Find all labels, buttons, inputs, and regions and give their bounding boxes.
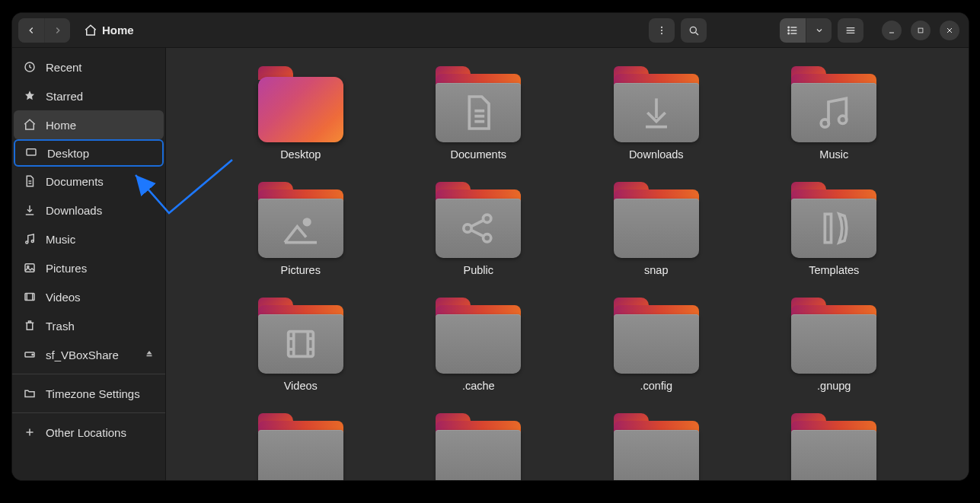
nav-buttons bbox=[18, 18, 70, 43]
svg-point-41 bbox=[464, 224, 471, 232]
folder-icon bbox=[614, 66, 699, 142]
sidebar-item-music[interactable]: Music bbox=[12, 224, 165, 253]
folder-item[interactable]: Public bbox=[405, 182, 553, 276]
folder-label: Documents bbox=[451, 148, 506, 161]
svg-point-10 bbox=[788, 33, 790, 34]
folder-icon bbox=[258, 66, 343, 142]
svg-point-8 bbox=[788, 27, 790, 28]
music-icon bbox=[23, 232, 37, 246]
svg-rect-19 bbox=[27, 149, 36, 155]
list-view-button[interactable] bbox=[780, 18, 806, 43]
svg-point-3 bbox=[690, 27, 696, 33]
svg-rect-31 bbox=[147, 355, 152, 356]
folder-item[interactable]: Videos bbox=[227, 298, 375, 392]
sidebar-item-label: Pictures bbox=[46, 262, 87, 275]
sidebar-item-downloads[interactable]: Downloads bbox=[12, 196, 165, 224]
folder-item[interactable] bbox=[227, 413, 375, 480]
folder-item[interactable]: .config bbox=[583, 298, 730, 392]
hamburger-menu-button[interactable] bbox=[838, 18, 863, 43]
folder-item[interactable]: Desktop bbox=[227, 66, 375, 161]
svg-point-2 bbox=[661, 33, 662, 34]
sidebar-item-other-locations[interactable]: Other Locations bbox=[12, 418, 165, 447]
sidebar-item-trash[interactable]: Trash bbox=[12, 311, 165, 340]
sidebar-item-label: Home bbox=[46, 119, 76, 132]
svg-rect-24 bbox=[25, 264, 34, 272]
content-area[interactable]: DesktopDocumentsDownloadsMusicPicturesPu… bbox=[166, 48, 969, 480]
location-text: Home bbox=[102, 24, 134, 37]
folder-label: .cache bbox=[462, 380, 495, 392]
folder-item[interactable]: snap bbox=[583, 182, 730, 276]
folder-item[interactable] bbox=[583, 413, 730, 480]
sidebar-item-label: Timezone Settings bbox=[46, 387, 140, 400]
folder-icon bbox=[791, 182, 876, 258]
folder-icon bbox=[258, 182, 343, 258]
view-menu-button[interactable] bbox=[649, 18, 675, 43]
folder-icon bbox=[436, 413, 521, 480]
svg-point-0 bbox=[661, 26, 662, 27]
folder-item[interactable]: Music bbox=[761, 66, 908, 161]
maximize-button[interactable] bbox=[911, 21, 931, 40]
sidebar-item-vboxshare[interactable]: sf_VBoxShare bbox=[12, 340, 165, 369]
sidebar-item-documents[interactable]: Documents bbox=[12, 167, 165, 196]
headerbar: Home bbox=[12, 13, 969, 48]
folder-label: .config bbox=[640, 380, 672, 392]
svg-point-9 bbox=[788, 30, 790, 31]
folder-icon bbox=[23, 387, 37, 400]
folder-item[interactable]: Documents bbox=[405, 66, 553, 161]
window-controls bbox=[882, 21, 959, 40]
clock-icon bbox=[23, 60, 37, 74]
svg-point-43 bbox=[484, 234, 491, 242]
home-icon bbox=[84, 24, 97, 37]
folder-icon bbox=[791, 66, 876, 142]
folder-item[interactable] bbox=[405, 413, 553, 480]
svg-line-45 bbox=[471, 230, 484, 236]
folder-icon bbox=[614, 182, 699, 258]
forward-button[interactable] bbox=[44, 18, 70, 43]
sidebar-item-label: Desktop bbox=[47, 147, 89, 160]
folder-item[interactable]: .gnupg bbox=[761, 298, 908, 392]
sidebar-item-label: Starred bbox=[46, 90, 83, 103]
folder-icon bbox=[614, 413, 699, 480]
sidebar-item-label: Other Locations bbox=[46, 426, 126, 439]
close-button[interactable] bbox=[940, 21, 959, 40]
sidebar-item-label: Documents bbox=[46, 175, 104, 188]
search-button[interactable] bbox=[681, 18, 707, 43]
location-bar[interactable]: Home bbox=[84, 24, 134, 37]
folder-icon bbox=[258, 298, 343, 374]
back-button[interactable] bbox=[18, 18, 44, 43]
sidebar-item-label: Music bbox=[46, 233, 75, 246]
pictures-icon bbox=[23, 261, 37, 275]
folder-label: Music bbox=[819, 148, 848, 161]
svg-point-40 bbox=[304, 219, 309, 224]
sidebar-item-videos[interactable]: Videos bbox=[12, 282, 165, 311]
folder-item[interactable] bbox=[761, 413, 908, 480]
folder-item[interactable]: .cache bbox=[405, 298, 553, 392]
folder-label: Downloads bbox=[629, 148, 684, 161]
minimize-button[interactable] bbox=[882, 21, 902, 40]
svg-line-4 bbox=[696, 32, 698, 34]
view-mode-buttons bbox=[780, 18, 832, 43]
folder-item[interactable]: Templates bbox=[761, 182, 908, 276]
folder-icon bbox=[614, 298, 699, 374]
sidebar-item-timezone-settings[interactable]: Timezone Settings bbox=[12, 379, 165, 408]
svg-rect-47 bbox=[288, 332, 313, 357]
folder-icon bbox=[436, 66, 521, 142]
desktop-icon bbox=[24, 146, 38, 160]
folder-icon bbox=[258, 413, 343, 480]
sidebar-item-label: Videos bbox=[46, 291, 81, 304]
folder-item[interactable]: Downloads bbox=[583, 66, 730, 161]
sidebar-item-desktop[interactable]: Desktop bbox=[14, 139, 164, 167]
folder-label: Templates bbox=[809, 264, 859, 276]
sidebar: Recent Starred Home Desktop Documents Do… bbox=[12, 48, 166, 480]
trash-icon bbox=[23, 319, 37, 333]
folder-label: Desktop bbox=[280, 148, 321, 161]
folder-item[interactable]: Pictures bbox=[227, 182, 375, 276]
sidebar-item-recent[interactable]: Recent bbox=[12, 53, 165, 81]
eject-icon[interactable] bbox=[144, 349, 155, 361]
sidebar-item-pictures[interactable]: Pictures bbox=[12, 253, 165, 282]
sidebar-item-label: Downloads bbox=[46, 204, 102, 217]
sidebar-item-home[interactable]: Home bbox=[14, 110, 164, 139]
view-options-dropdown[interactable] bbox=[806, 18, 832, 43]
svg-rect-15 bbox=[918, 28, 923, 33]
sidebar-item-starred[interactable]: Starred bbox=[12, 81, 165, 110]
